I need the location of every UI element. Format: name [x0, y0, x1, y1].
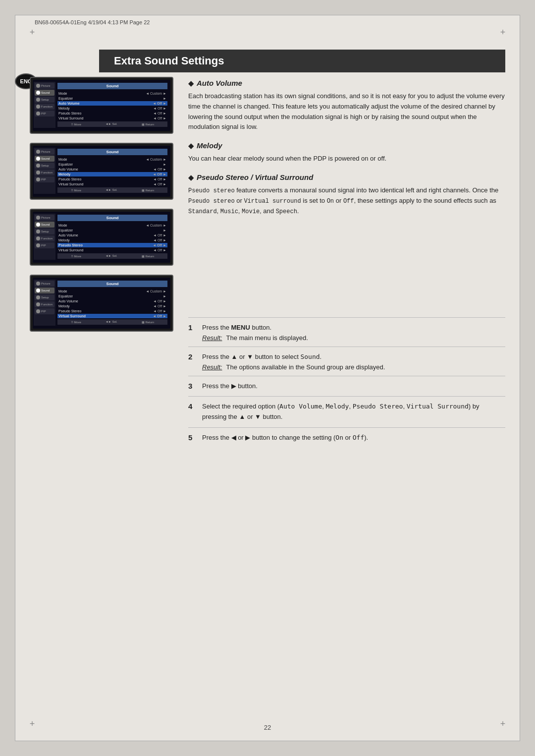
tv-sidebar-sound: Sound — [35, 288, 54, 293]
tv-sidebar-picture: Picture — [35, 149, 54, 155]
page-number: 22 — [264, 724, 271, 731]
reg-mark-top-right: + — [498, 27, 508, 37]
tv-row-auto-volume: Auto Volume◄ Off ► — [57, 101, 167, 106]
step-text-2: Press the ▲ or ▼ button to select Sound. — [202, 352, 505, 362]
tv-sidebar-pip: PIP — [35, 242, 54, 248]
section-title-melody: Melody — [197, 141, 222, 150]
step-result-2: Result:The options available in the Soun… — [202, 363, 505, 371]
tv-row-auto-volume: Auto Volume◄ Off ► — [57, 233, 167, 237]
tv-row-auto-volume: Auto Volume◄ Off ► — [57, 167, 167, 172]
tv-row-melody: Melody◄ Off ► — [57, 304, 167, 308]
step-row-1: 1Press the MENU button.Result:The main m… — [188, 317, 505, 347]
step-content-5: Press the ◀ or ▶ button to change the se… — [202, 433, 505, 443]
tv-row-melody: Melody◄ Off ► — [57, 172, 167, 176]
tv-sidebar-picture: Picture — [35, 281, 54, 287]
tv-row-pseudo-stereo: Pseudo Stereo◄ Off ► — [57, 309, 167, 313]
reg-mark-bottom-right: + — [498, 719, 508, 729]
step-row-3: 3Press the ▶ button. — [188, 376, 505, 397]
section-body-auto-volume: Each broadcasting station has its own si… — [188, 91, 505, 132]
tv-row-virtual-surround: Virtual Surround◄ Off ► — [57, 314, 167, 318]
tv-sidebar-picture: Picture — [35, 215, 54, 221]
step-row-5: 5Press the ◀ or ▶ button to change the s… — [188, 427, 505, 448]
step-content-2: Press the ▲ or ▼ button to select Sound.… — [202, 352, 505, 371]
tv-sidebar-function: Function — [35, 301, 54, 307]
tv-sidebar-setup: Setup — [35, 163, 54, 169]
step-number-5: 5 — [188, 433, 202, 442]
steps-section: 1Press the MENU button.Result:The main m… — [188, 317, 505, 448]
tv-sidebar-function: Function — [35, 235, 54, 241]
section-heading-auto-volume: ◆Auto Volume — [188, 79, 505, 87]
diamond-icon: ◆ — [188, 79, 194, 87]
tv-sidebar-setup: Setup — [35, 97, 54, 103]
section-body-melody: You can hear clear melody sound when the… — [188, 154, 505, 164]
step-text-5: Press the ◀ or ▶ button to change the se… — [202, 433, 505, 443]
tv-screen-3: PictureSoundSetupFunctionPIPSoundMode◄ C… — [30, 209, 173, 266]
tv-sidebar-pip: PIP — [35, 308, 54, 314]
tv-row-equalizer: Equalizer► — [57, 162, 167, 167]
reg-mark-top-left: + — [27, 27, 37, 37]
tv-sidebar-function: Function — [35, 104, 54, 110]
tv-row-equalizer: Equalizer► — [57, 228, 167, 233]
tv-row-melody: Melody◄ Off ► — [57, 106, 167, 111]
tv-row-virtual-surround: Virtual Surround◄ Off ► — [57, 116, 167, 120]
step-content-4: Select the required option (Auto Volume,… — [202, 402, 505, 422]
result-text-1: The main menu is displayed. — [226, 334, 308, 342]
step-result-1: Result:The main menu is displayed. — [202, 334, 505, 342]
step-text-1: Press the MENU button. — [202, 323, 505, 333]
step-number-3: 3 — [188, 382, 202, 390]
section-heading-pseudo-stereo: ◆Pseudo Stereo / Virtual Surround — [188, 173, 505, 181]
header-line: BN68-00654A-01Eng 4/19/04 4:13 PM Page 2… — [15, 15, 520, 30]
tv-screen-4: PictureSoundSetupFunctionPIPSoundMode◄ C… — [30, 275, 173, 332]
tv-row-mode: Mode◄ Custom ► — [57, 91, 167, 96]
title-section: Extra Sound Settings — [99, 50, 505, 72]
tv-screen-2: PictureSoundSetupFunctionPIPSoundMode◄ C… — [30, 143, 173, 200]
tv-row-melody: Melody◄ Off ► — [57, 238, 167, 242]
tv-row-mode: Mode◄ Custom ► — [57, 223, 167, 228]
step-number-2: 2 — [188, 352, 202, 361]
tv-row-pseudo-stereo: Pseudo Stereo◄ Off ► — [57, 177, 167, 181]
tv-screen-1: PictureSoundSetupFunctionPIPSoundMode◄ C… — [30, 77, 173, 134]
header-text: BN68-00654A-01Eng 4/19/04 4:13 PM Page 2… — [35, 19, 150, 25]
step-row-2: 2Press the ▲ or ▼ button to select Sound… — [188, 347, 505, 376]
section-title-auto-volume: Auto Volume — [197, 79, 242, 87]
tv-sidebar-setup: Setup — [35, 229, 54, 234]
tv-sidebar-sound: Sound — [35, 156, 54, 162]
step-content-1: Press the MENU button.Result:The main me… — [202, 323, 505, 342]
step-row-4: 4Select the required option (Auto Volume… — [188, 396, 505, 427]
tv-sidebar-function: Function — [35, 170, 54, 175]
diamond-icon: ◆ — [188, 142, 194, 150]
section-title-pseudo-stereo: Pseudo Stereo / Virtual Surround — [197, 173, 313, 181]
step-text-4: Select the required option (Auto Volume,… — [202, 402, 505, 422]
step-number-4: 4 — [188, 402, 202, 410]
section-body-pseudo-stereo: Pseudo stereo feature converts a monaura… — [188, 185, 505, 217]
step-text-3: Press the ▶ button. — [202, 381, 505, 392]
step-number-1: 1 — [188, 323, 202, 332]
left-column: PictureSoundSetupFunctionPIPSoundMode◄ C… — [30, 77, 173, 341]
section-heading-melody: ◆Melody — [188, 141, 505, 150]
tv-sidebar-pip: PIP — [35, 111, 54, 116]
tv-sidebar-picture: Picture — [35, 83, 54, 89]
reg-mark-bottom-left: + — [27, 719, 37, 729]
tv-row-auto-volume: Auto Volume◄ Off ► — [57, 299, 167, 303]
result-label-1: Result: — [202, 334, 222, 342]
tv-row-mode: Mode◄ Custom ► — [57, 157, 167, 162]
tv-row-virtual-surround: Virtual Surround◄ Off ► — [57, 182, 167, 186]
diamond-icon: ◆ — [188, 174, 194, 181]
tv-row-mode: Mode◄ Custom ► — [57, 289, 167, 293]
step-content-3: Press the ▶ button. — [202, 381, 505, 392]
tv-row-equalizer: Equalizer► — [57, 294, 167, 298]
result-text-2: The options available in the Sound group… — [226, 363, 385, 371]
tv-sidebar-sound: Sound — [35, 90, 54, 96]
result-label-2: Result: — [202, 363, 222, 371]
page-title: Extra Sound Settings — [99, 50, 505, 72]
tv-sidebar-setup: Setup — [35, 294, 54, 300]
tv-row-pseudo-stereo: Pseudo Stereo◄ Off ► — [57, 111, 167, 116]
tv-sidebar-pip: PIP — [35, 176, 54, 182]
right-column: ◆Auto VolumeEach broadcasting station ha… — [188, 77, 505, 226]
tv-row-virtual-surround: Virtual Surround◄ Off ► — [57, 248, 167, 252]
tv-sidebar-sound: Sound — [35, 222, 54, 228]
tv-row-equalizer: Equalizer► — [57, 96, 167, 101]
tv-row-pseudo-stereo: Pseudo Stereo◄ Off ► — [57, 243, 167, 247]
